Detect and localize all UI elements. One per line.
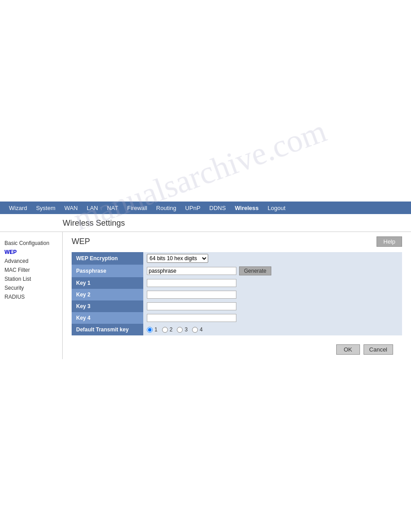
encryption-select[interactable]: 64 bits 10 hex digits128 bits 26 hex dig…	[147, 254, 208, 263]
key1-input[interactable]	[147, 279, 236, 287]
radio-3[interactable]	[177, 327, 183, 333]
key4-value-cell	[143, 312, 402, 324]
nav-wan[interactable]: WAN	[60, 203, 82, 213]
key4-input[interactable]	[147, 314, 236, 322]
section-header: WEP Help	[72, 236, 402, 247]
generate-button[interactable]: Generate	[239, 266, 271, 275]
table-row: Default Transmit key 1 2 3 4	[72, 324, 402, 335]
sidebar: Basic Configuation WEP Advanced MAC Filt…	[0, 232, 63, 359]
passphrase-input[interactable]	[147, 267, 236, 275]
radio-2-label: 2	[170, 326, 173, 333]
content: WEP Help WEP Encryption 64 bits 10 hex d…	[63, 232, 411, 359]
main-layout: Basic Configuation WEP Advanced MAC Filt…	[0, 232, 411, 359]
table-row: Passphrase Generate	[72, 265, 402, 277]
radio-4[interactable]	[192, 327, 198, 333]
page-title: Wireless Settings	[63, 219, 404, 228]
nav-ddns[interactable]: DDNS	[205, 203, 231, 213]
radio-1-label: 1	[154, 326, 158, 333]
ok-button[interactable]: OK	[336, 344, 360, 355]
encryption-value-cell: 64 bits 10 hex digits128 bits 26 hex dig…	[143, 252, 402, 265]
passphrase-value-cell: Generate	[143, 265, 402, 277]
key1-label: Key 1	[72, 277, 143, 289]
section-title: WEP	[72, 237, 90, 246]
key1-value-cell	[143, 277, 402, 289]
nav-upnp[interactable]: UPnP	[181, 203, 205, 213]
sidebar-item-mac-filter[interactable]: MAC Filter	[4, 266, 58, 275]
settings-table: WEP Encryption 64 bits 10 hex digits128 …	[72, 252, 402, 335]
radio-group: 1 2 3 4	[147, 326, 398, 333]
nav-routing[interactable]: Routing	[152, 203, 181, 213]
key3-input[interactable]	[147, 302, 236, 310]
default-transmit-value-cell: 1 2 3 4	[143, 324, 402, 335]
table-row: Key 4	[72, 312, 402, 324]
nav-wizard[interactable]: Wizard	[4, 203, 31, 213]
key3-label: Key 3	[72, 300, 143, 312]
help-button[interactable]: Help	[377, 236, 402, 247]
key2-value-cell	[143, 289, 402, 300]
nav-firewall[interactable]: Firewall	[123, 203, 152, 213]
radio-4-label: 4	[200, 326, 203, 333]
navbar: Wizard System WAN LAN NAT Firewall Routi…	[0, 202, 411, 214]
nav-wireless[interactable]: Wireless	[230, 203, 263, 213]
nav-lan[interactable]: LAN	[82, 203, 103, 213]
key4-label: Key 4	[72, 312, 143, 324]
sidebar-item-radius[interactable]: RADIUS	[4, 292, 58, 301]
table-row: Key 1	[72, 277, 402, 289]
sidebar-item-security[interactable]: Security	[4, 283, 58, 292]
nav-nat[interactable]: NAT	[103, 203, 123, 213]
table-row: Key 3	[72, 300, 402, 312]
default-transmit-label: Default Transmit key	[72, 324, 143, 335]
table-row: Key 2	[72, 289, 402, 300]
key3-value-cell	[143, 300, 402, 312]
sidebar-item-advanced[interactable]: Advanced	[4, 257, 58, 266]
passphrase-row: Generate	[147, 266, 398, 275]
cancel-button[interactable]: Cancel	[364, 344, 393, 355]
sidebar-item-basic-configuration[interactable]: Basic Configuation	[4, 239, 58, 248]
sidebar-item-station-list[interactable]: Station List	[4, 275, 58, 283]
key2-label: Key 2	[72, 289, 143, 300]
table-row: WEP Encryption 64 bits 10 hex digits128 …	[72, 252, 402, 265]
key2-input[interactable]	[147, 291, 236, 299]
radio-2[interactable]	[162, 327, 168, 333]
passphrase-label: Passphrase	[72, 265, 143, 277]
top-space	[0, 0, 411, 202]
action-buttons: OK Cancel	[72, 344, 402, 355]
nav-logout[interactable]: Logout	[263, 203, 290, 213]
radio-1[interactable]	[147, 327, 153, 333]
encryption-label: WEP Encryption	[72, 252, 143, 265]
radio-3-label: 3	[184, 326, 188, 333]
sidebar-item-wep[interactable]: WEP	[4, 248, 58, 257]
nav-system[interactable]: System	[31, 203, 60, 213]
page-title-bar: Wireless Settings	[0, 214, 411, 232]
